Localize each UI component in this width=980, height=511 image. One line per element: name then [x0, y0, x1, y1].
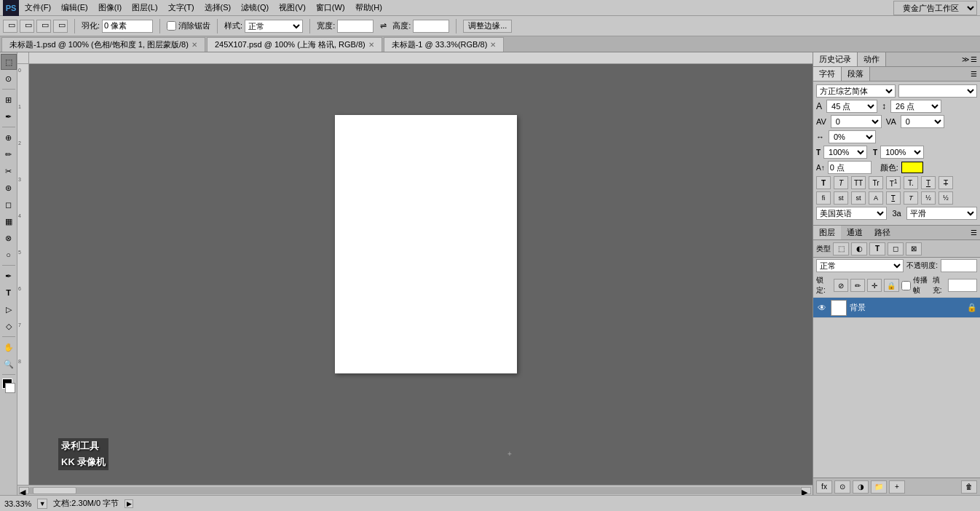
smooth-select[interactable]: 平滑: [906, 207, 977, 220]
tool-rect-btn[interactable]: ▭: [3, 20, 17, 33]
tab-1[interactable]: 245X107.psd @ 100% (上海 格讯, RGB/8) ✕: [207, 37, 382, 52]
tool-zoom[interactable]: 🔍: [1, 356, 17, 372]
tool-eyedropper[interactable]: ✒: [1, 108, 17, 124]
tool-pen[interactable]: ✒: [1, 268, 17, 284]
menu-filter[interactable]: 滤镜(Q): [237, 1, 273, 15]
frac1-btn[interactable]: ½: [921, 191, 936, 205]
kerning-select[interactable]: 0: [831, 115, 882, 128]
tracking-select[interactable]: 0: [901, 115, 944, 128]
menu-layer[interactable]: 图层(L): [127, 1, 162, 15]
tab-channels[interactable]: 通道: [841, 226, 869, 239]
menu-image[interactable]: 图像(I): [94, 1, 126, 15]
disc-btn[interactable]: A: [869, 191, 883, 205]
font-family-select[interactable]: 方正综艺简体: [816, 84, 896, 98]
antialias-check[interactable]: [167, 21, 176, 31]
tab-actions[interactable]: 动作: [858, 52, 886, 66]
panel-menu-btn[interactable]: ☰: [971, 55, 977, 63]
lock-trans-btn[interactable]: ⊘: [834, 279, 848, 292]
info-expand-btn[interactable]: ▶: [125, 499, 133, 508]
layer-adj-btn[interactable]: ◑: [853, 480, 869, 494]
filter-shape-btn[interactable]: ◻: [888, 242, 904, 256]
propagate-check[interactable]: [901, 281, 911, 290]
scroll-thumb[interactable]: [33, 487, 76, 494]
subscript-btn[interactable]: T.: [904, 176, 918, 189]
tab-history[interactable]: 历史记录: [813, 52, 858, 66]
width-input[interactable]: [337, 20, 374, 33]
filter-pixel-btn[interactable]: ⬚: [833, 242, 849, 256]
layer-style-btn[interactable]: fx: [816, 480, 832, 494]
frac2-btn[interactable]: ½: [938, 191, 953, 205]
tool-blur[interactable]: ⊗: [1, 230, 17, 246]
tool-eraser[interactable]: ◻: [1, 197, 17, 213]
menu-view[interactable]: 视图(V): [274, 1, 310, 15]
tab-2[interactable]: 未标题-1 @ 33.3%(RGB/8) ✕: [384, 37, 505, 52]
tool-shape[interactable]: ◇: [1, 318, 17, 334]
zoom-menu-btn[interactable]: ▼: [37, 499, 47, 509]
filter-type-btn[interactable]: T: [869, 242, 885, 256]
tool-clone[interactable]: ✂: [1, 163, 17, 179]
height-input[interactable]: [413, 20, 449, 33]
tab-1-close[interactable]: ✕: [368, 41, 374, 49]
color-swatch[interactable]: [901, 162, 923, 173]
layer-new-btn[interactable]: +: [889, 480, 905, 494]
tool-hand[interactable]: ✋: [1, 339, 17, 355]
baseline-input[interactable]: [828, 161, 872, 174]
tab-paths[interactable]: 路径: [869, 226, 896, 239]
superscript-btn[interactable]: T1: [886, 176, 901, 189]
ordinal-btn[interactable]: st: [851, 191, 866, 205]
tool-history-brush[interactable]: ⊛: [1, 180, 17, 196]
frac-btn[interactable]: T̲: [886, 191, 901, 205]
color-fg[interactable]: [1, 379, 17, 395]
tab-0[interactable]: 未标题-1.psd @ 100% (色相/饱和度 1, 图层蒙版/8) ✕: [1, 37, 205, 52]
tool-path-select[interactable]: ▷: [1, 301, 17, 317]
adjust-edge-btn[interactable]: 调整边缘...: [463, 20, 512, 33]
underline-btn[interactable]: T: [921, 176, 936, 189]
bold-btn[interactable]: T: [816, 176, 831, 189]
menu-file[interactable]: 文件(F): [20, 1, 55, 15]
fill-input[interactable]: [948, 279, 977, 292]
canvas-scroll[interactable]: + 录利工具 KK 录像机: [29, 64, 813, 485]
tool-rect4-btn[interactable]: ▭: [53, 20, 68, 33]
menu-type[interactable]: 文字(T): [164, 1, 199, 15]
italic-btn[interactable]: T: [834, 176, 848, 189]
menu-edit[interactable]: 编辑(E): [57, 1, 92, 15]
blend-mode-select[interactable]: 正常: [816, 259, 904, 272]
font-size-select[interactable]: 45 点: [826, 100, 877, 113]
layer-visibility-btn[interactable]: 👁: [816, 302, 828, 314]
tool-crop[interactable]: ⊞: [1, 92, 17, 108]
tool-marquee[interactable]: ⬚: [1, 54, 17, 70]
tool-heal[interactable]: ⊕: [1, 130, 17, 146]
scroll-left-btn[interactable]: ◀: [19, 487, 29, 494]
font-style-select[interactable]: [898, 84, 978, 98]
swash-btn[interactable]: st: [834, 191, 848, 205]
lock-move-btn[interactable]: ✛: [867, 279, 882, 292]
filter-smart-btn[interactable]: ⊠: [906, 242, 922, 256]
menu-window[interactable]: 窗口(W): [312, 1, 349, 15]
tool-dodge[interactable]: ○: [1, 247, 17, 263]
panel-expand-btn[interactable]: ≫: [962, 55, 969, 63]
filter-adj-btn[interactable]: ◐: [851, 242, 867, 256]
menu-select[interactable]: 选择(S): [200, 1, 236, 15]
style-select[interactable]: 正常: [245, 20, 303, 33]
tool-rect2-btn[interactable]: ▭: [20, 20, 34, 33]
feather-input[interactable]: [102, 20, 153, 33]
scale-h-select[interactable]: 0%: [829, 130, 876, 143]
strikethrough-btn[interactable]: T: [938, 176, 953, 189]
tab-layers[interactable]: 图层: [813, 226, 841, 239]
tool-gradient[interactable]: ▦: [1, 213, 17, 229]
layers-panel-menu-btn[interactable]: ☰: [971, 229, 977, 237]
tool-brush[interactable]: ✏: [1, 146, 17, 162]
menu-help[interactable]: 帮助(H): [351, 1, 387, 15]
layer-row-0[interactable]: 👁 背景 🔒: [813, 298, 980, 318]
tab-paragraph[interactable]: 段落: [842, 67, 870, 81]
scale-h2-select[interactable]: 100%: [880, 146, 924, 159]
h-scrollbar[interactable]: ◀ ▶: [17, 485, 813, 495]
layer-mask-btn[interactable]: ⊙: [834, 480, 850, 494]
liga-btn[interactable]: fi: [816, 191, 831, 205]
layer-group-btn[interactable]: 📁: [871, 480, 887, 494]
tool-lasso[interactable]: ⊙: [1, 71, 17, 87]
lang-select[interactable]: 美国英语: [816, 207, 887, 220]
char-panel-menu-btn[interactable]: ☰: [971, 70, 977, 78]
scale-v-select[interactable]: 100%: [823, 146, 867, 159]
opacity-input[interactable]: [941, 259, 977, 272]
